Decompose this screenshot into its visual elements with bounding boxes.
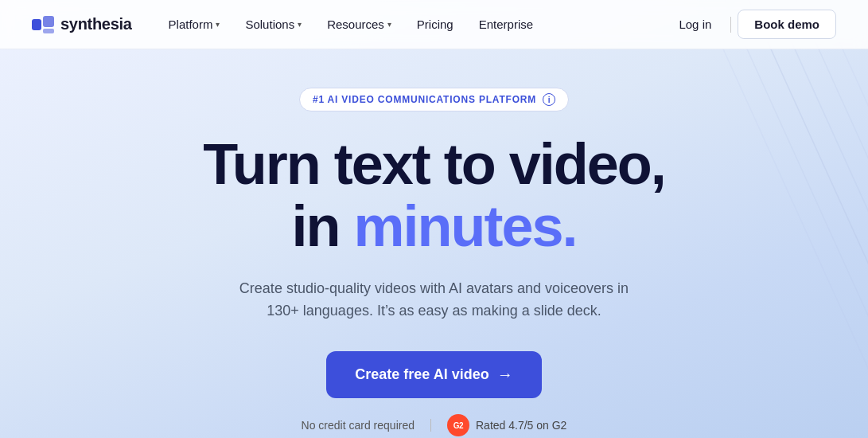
nav-links: Platform ▾ Solutions ▾ Resources ▾ Prici… [158,11,667,37]
logo-text: synthesia [60,15,132,33]
nav-item-resources[interactable]: Resources ▾ [316,11,403,37]
nav-item-platform[interactable]: Platform ▾ [158,11,232,37]
hero-section: #1 AI VIDEO COMMUNICATIONS PLATFORM i Tu… [0,49,868,438]
nav-item-solutions[interactable]: Solutions ▾ [234,11,313,37]
nav-item-pricing[interactable]: Pricing [406,11,465,37]
chevron-down-icon: ▾ [298,20,302,29]
g2-icon: G2 [447,414,469,436]
svg-rect-7 [43,16,54,27]
logo-icon [32,16,54,33]
g2-badge: G2 Rated 4.7/5 on G2 [447,414,566,436]
badge: #1 AI VIDEO COMMUNICATIONS PLATFORM i [299,88,569,111]
hero-title-line2: in minutes. [291,196,576,258]
trust-divider [430,419,431,432]
book-demo-button[interactable]: Book demo [738,10,836,39]
svg-rect-6 [32,19,41,30]
hero-subtitle: Create studio-quality videos with AI ava… [228,277,641,323]
info-icon[interactable]: i [543,93,555,106]
cta-button[interactable]: Create free AI video → [326,351,541,398]
hero-highlight: minutes. [353,194,576,258]
login-button[interactable]: Log in [666,11,724,37]
arrow-icon: → [497,366,513,384]
cta-label: Create free AI video [355,366,488,383]
g2-text: Rated 4.7/5 on G2 [476,419,566,432]
svg-rect-8 [43,29,54,33]
badge-text: #1 AI VIDEO COMMUNICATIONS PLATFORM [313,94,536,105]
hero-title-line1: Turn text to video, [203,134,665,196]
nav-divider [730,17,731,33]
nav-item-enterprise[interactable]: Enterprise [468,11,544,37]
trust-row: No credit card required G2 Rated 4.7/5 o… [302,414,567,436]
chevron-down-icon: ▾ [216,20,220,29]
logo-link[interactable]: synthesia [32,15,132,33]
no-credit-text: No credit card required [302,419,415,432]
nav-right: Log in Book demo [666,10,836,39]
navbar: synthesia Platform ▾ Solutions ▾ Resourc… [0,0,868,49]
chevron-down-icon: ▾ [387,20,391,29]
